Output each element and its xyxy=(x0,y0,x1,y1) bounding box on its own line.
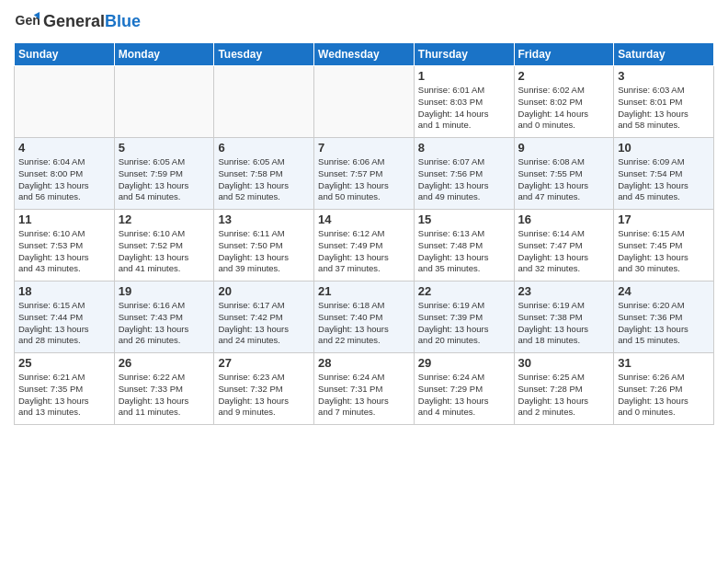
calendar-week-row: 18Sunrise: 6:15 AM Sunset: 7:44 PM Dayli… xyxy=(15,282,714,353)
calendar-cell: 13Sunrise: 6:11 AM Sunset: 7:50 PM Dayli… xyxy=(214,210,314,282)
day-number: 2 xyxy=(518,69,610,83)
calendar-week-row: 11Sunrise: 6:10 AM Sunset: 7:53 PM Dayli… xyxy=(15,210,714,282)
day-info: Sunrise: 6:25 AM Sunset: 7:28 PM Dayligh… xyxy=(518,372,610,419)
calendar-cell: 27Sunrise: 6:23 AM Sunset: 7:32 PM Dayli… xyxy=(214,353,314,425)
calendar-cell: 28Sunrise: 6:24 AM Sunset: 7:31 PM Dayli… xyxy=(314,353,415,425)
calendar-cell: 6Sunrise: 6:05 AM Sunset: 7:58 PM Daylig… xyxy=(214,138,314,210)
day-header-saturday: Saturday xyxy=(614,43,714,66)
day-number: 27 xyxy=(218,356,310,370)
day-info: Sunrise: 6:17 AM Sunset: 7:42 PM Dayligh… xyxy=(218,300,310,347)
day-number: 15 xyxy=(418,213,510,226)
calendar-cell: 14Sunrise: 6:12 AM Sunset: 7:49 PM Dayli… xyxy=(314,210,415,282)
day-header-tuesday: Tuesday xyxy=(214,43,314,66)
day-info: Sunrise: 6:21 AM Sunset: 7:35 PM Dayligh… xyxy=(18,372,110,419)
day-header-friday: Friday xyxy=(514,43,614,66)
day-number: 21 xyxy=(318,284,410,298)
calendar-cell: 16Sunrise: 6:14 AM Sunset: 7:47 PM Dayli… xyxy=(514,210,614,282)
calendar-cell: 22Sunrise: 6:19 AM Sunset: 7:39 PM Dayli… xyxy=(414,282,514,353)
calendar-cell: 2Sunrise: 6:02 AM Sunset: 8:02 PM Daylig… xyxy=(514,66,614,138)
calendar-cell: 19Sunrise: 6:16 AM Sunset: 7:43 PM Dayli… xyxy=(114,282,214,353)
day-info: Sunrise: 6:22 AM Sunset: 7:33 PM Dayligh… xyxy=(119,372,210,419)
day-number: 5 xyxy=(119,141,210,155)
day-info: Sunrise: 6:23 AM Sunset: 7:32 PM Dayligh… xyxy=(218,372,310,419)
calendar-cell: 17Sunrise: 6:15 AM Sunset: 7:45 PM Dayli… xyxy=(614,210,714,282)
day-info: Sunrise: 6:04 AM Sunset: 8:00 PM Dayligh… xyxy=(18,156,110,203)
day-info: Sunrise: 6:03 AM Sunset: 8:01 PM Dayligh… xyxy=(618,85,710,132)
calendar-cell: 25Sunrise: 6:21 AM Sunset: 7:35 PM Dayli… xyxy=(15,353,115,425)
day-info: Sunrise: 6:08 AM Sunset: 7:55 PM Dayligh… xyxy=(518,156,610,203)
day-number: 4 xyxy=(18,141,110,155)
day-number: 16 xyxy=(518,213,610,226)
calendar-cell xyxy=(214,66,314,138)
calendar-cell: 31Sunrise: 6:26 AM Sunset: 7:26 PM Dayli… xyxy=(614,353,714,425)
calendar-cell xyxy=(314,66,415,138)
day-info: Sunrise: 6:14 AM Sunset: 7:47 PM Dayligh… xyxy=(518,228,610,275)
calendar-cell: 20Sunrise: 6:17 AM Sunset: 7:42 PM Dayli… xyxy=(214,282,314,353)
calendar-cell: 3Sunrise: 6:03 AM Sunset: 8:01 PM Daylig… xyxy=(614,66,714,138)
day-number: 18 xyxy=(18,284,110,298)
day-number: 10 xyxy=(618,141,710,155)
day-info: Sunrise: 6:15 AM Sunset: 7:45 PM Dayligh… xyxy=(618,228,710,275)
calendar-cell: 23Sunrise: 6:19 AM Sunset: 7:38 PM Dayli… xyxy=(514,282,614,353)
day-info: Sunrise: 6:09 AM Sunset: 7:54 PM Dayligh… xyxy=(618,156,710,203)
day-info: Sunrise: 6:26 AM Sunset: 7:26 PM Dayligh… xyxy=(618,372,710,419)
calendar-cell: 18Sunrise: 6:15 AM Sunset: 7:44 PM Dayli… xyxy=(15,282,115,353)
day-number: 13 xyxy=(218,213,310,226)
calendar-cell: 24Sunrise: 6:20 AM Sunset: 7:36 PM Dayli… xyxy=(614,282,714,353)
calendar-cell: 26Sunrise: 6:22 AM Sunset: 7:33 PM Dayli… xyxy=(114,353,214,425)
calendar-cell: 10Sunrise: 6:09 AM Sunset: 7:54 PM Dayli… xyxy=(614,138,714,210)
calendar-cell xyxy=(114,66,214,138)
calendar-cell: 11Sunrise: 6:10 AM Sunset: 7:53 PM Dayli… xyxy=(15,210,115,282)
day-info: Sunrise: 6:06 AM Sunset: 7:57 PM Dayligh… xyxy=(318,156,410,203)
day-number: 24 xyxy=(618,284,710,298)
calendar-cell: 7Sunrise: 6:06 AM Sunset: 7:57 PM Daylig… xyxy=(314,138,415,210)
day-info: Sunrise: 6:10 AM Sunset: 7:52 PM Dayligh… xyxy=(119,228,210,275)
day-header-monday: Monday xyxy=(114,43,214,66)
day-info: Sunrise: 6:24 AM Sunset: 7:31 PM Dayligh… xyxy=(318,372,410,419)
day-number: 20 xyxy=(218,284,310,298)
day-number: 9 xyxy=(518,141,610,155)
day-number: 1 xyxy=(418,69,510,83)
calendar-week-row: 25Sunrise: 6:21 AM Sunset: 7:35 PM Dayli… xyxy=(15,353,714,425)
calendar-header-row: SundayMondayTuesdayWednesdayThursdayFrid… xyxy=(15,43,714,66)
day-info: Sunrise: 6:18 AM Sunset: 7:40 PM Dayligh… xyxy=(318,300,410,347)
day-info: Sunrise: 6:10 AM Sunset: 7:53 PM Dayligh… xyxy=(18,228,110,275)
logo: General GeneralBlue xyxy=(14,9,141,35)
calendar-cell: 5Sunrise: 6:05 AM Sunset: 7:59 PM Daylig… xyxy=(114,138,214,210)
calendar-week-row: 1Sunrise: 6:01 AM Sunset: 8:03 PM Daylig… xyxy=(15,66,714,138)
day-number: 25 xyxy=(18,356,110,370)
calendar-cell: 29Sunrise: 6:24 AM Sunset: 7:29 PM Dayli… xyxy=(414,353,514,425)
day-number: 23 xyxy=(518,284,610,298)
day-info: Sunrise: 6:15 AM Sunset: 7:44 PM Dayligh… xyxy=(18,300,110,347)
day-header-sunday: Sunday xyxy=(15,43,115,66)
day-header-thursday: Thursday xyxy=(414,43,514,66)
day-info: Sunrise: 6:05 AM Sunset: 7:58 PM Dayligh… xyxy=(218,156,310,203)
day-header-wednesday: Wednesday xyxy=(314,43,415,66)
day-info: Sunrise: 6:13 AM Sunset: 7:48 PM Dayligh… xyxy=(418,228,510,275)
day-info: Sunrise: 6:19 AM Sunset: 7:39 PM Dayligh… xyxy=(418,300,510,347)
day-info: Sunrise: 6:02 AM Sunset: 8:02 PM Dayligh… xyxy=(518,85,610,132)
day-number: 30 xyxy=(518,356,610,370)
header: General GeneralBlue xyxy=(14,9,714,35)
day-info: Sunrise: 6:24 AM Sunset: 7:29 PM Dayligh… xyxy=(418,372,510,419)
day-number: 19 xyxy=(119,284,210,298)
logo-text: GeneralBlue xyxy=(43,13,141,31)
calendar-table: SundayMondayTuesdayWednesdayThursdayFrid… xyxy=(14,42,714,425)
day-number: 17 xyxy=(618,213,710,226)
day-number: 12 xyxy=(119,213,210,226)
day-number: 3 xyxy=(618,69,710,83)
day-info: Sunrise: 6:11 AM Sunset: 7:50 PM Dayligh… xyxy=(218,228,310,275)
day-info: Sunrise: 6:20 AM Sunset: 7:36 PM Dayligh… xyxy=(618,300,710,347)
day-number: 14 xyxy=(318,213,410,226)
day-info: Sunrise: 6:16 AM Sunset: 7:43 PM Dayligh… xyxy=(119,300,210,347)
day-number: 29 xyxy=(418,356,510,370)
calendar-cell: 30Sunrise: 6:25 AM Sunset: 7:28 PM Dayli… xyxy=(514,353,614,425)
page: General GeneralBlue SundayMondayTuesdayW… xyxy=(0,0,728,563)
logo-icon: General xyxy=(14,9,40,35)
calendar-cell: 21Sunrise: 6:18 AM Sunset: 7:40 PM Dayli… xyxy=(314,282,415,353)
day-info: Sunrise: 6:19 AM Sunset: 7:38 PM Dayligh… xyxy=(518,300,610,347)
calendar-cell: 15Sunrise: 6:13 AM Sunset: 7:48 PM Dayli… xyxy=(414,210,514,282)
day-number: 22 xyxy=(418,284,510,298)
day-number: 26 xyxy=(119,356,210,370)
day-info: Sunrise: 6:07 AM Sunset: 7:56 PM Dayligh… xyxy=(418,156,510,203)
